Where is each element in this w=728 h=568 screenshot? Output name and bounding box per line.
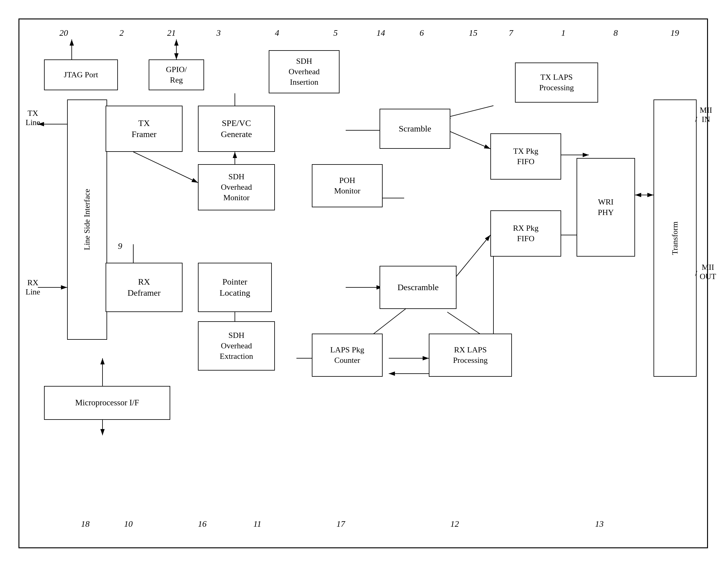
- scramble-block: Scramble: [380, 109, 450, 149]
- ref-11: 11: [253, 519, 261, 529]
- sdh-overhead-insertion-block: SDHOverheadInsertion: [269, 50, 340, 93]
- ref-3: 3: [216, 28, 221, 38]
- ref-18: 18: [81, 519, 90, 529]
- ref-9: 9: [118, 241, 122, 251]
- svg-line-9: [444, 106, 493, 118]
- tx-framer-block: TXFramer: [106, 106, 183, 152]
- ref-21: 21: [167, 28, 176, 38]
- tx-laps-processing-block: TX LAPSProcessing: [515, 62, 598, 103]
- wri-phy-block: WRIPHY: [577, 158, 635, 256]
- ref-13: 13: [595, 519, 604, 529]
- laps-pkg-counter-block: LAPS PkgCounter: [312, 334, 383, 377]
- ref-6: 6: [420, 28, 424, 38]
- rx-laps-processing-block: RX LAPSProcessing: [429, 334, 512, 377]
- tx-pkg-fifo-block: TX PkgFIFO: [490, 133, 561, 179]
- ref-15: 15: [469, 28, 477, 38]
- svg-line-10: [447, 130, 490, 149]
- svg-line-36: [133, 152, 198, 183]
- mii-out-arrow: /: [695, 269, 697, 278]
- ref-10: 10: [124, 519, 133, 529]
- diagram-container: 20 2 21 3 4 5 14 6 15 7 1 8 19 18 10 16 …: [18, 18, 708, 548]
- sdh-overhead-extraction-block: SDHOverheadExtraction: [198, 321, 275, 371]
- ref-12: 12: [450, 519, 459, 529]
- mii-in-label: MIIIN: [700, 106, 712, 124]
- rx-line-label: RXLine: [26, 278, 40, 297]
- pointer-locating-block: PointerLocating: [198, 263, 272, 312]
- transform-block: Transform: [654, 99, 697, 377]
- sdh-overhead-monitor-block: SDHOverheadMonitor: [198, 164, 275, 210]
- ref-17: 17: [336, 519, 345, 529]
- ref-2: 2: [119, 28, 124, 38]
- ref-19: 19: [670, 28, 679, 38]
- mii-in-arrow: /: [695, 115, 697, 124]
- poh-monitor-block: POHMonitor: [312, 164, 383, 207]
- microprocessor-if-block: Microprocessor I/F: [44, 386, 170, 420]
- descramble-block: Descramble: [380, 266, 457, 309]
- gpio-reg-block: GPIO/Reg: [149, 59, 204, 90]
- ref-5: 5: [333, 28, 338, 38]
- ref-16: 16: [198, 519, 207, 529]
- ref-8: 8: [613, 28, 618, 38]
- rx-pkg-fifo-block: RX PkgFIFO: [490, 210, 561, 256]
- ref-7: 7: [509, 28, 513, 38]
- ref-1: 1: [561, 28, 565, 38]
- ref-4: 4: [275, 28, 279, 38]
- tx-line-label: TXLine: [26, 109, 40, 127]
- mii-out-label: MIIOUT: [700, 263, 716, 281]
- line-side-interface-block: Line Side Interface: [67, 99, 107, 340]
- ref-20: 20: [59, 28, 68, 38]
- ref-14: 14: [376, 28, 385, 38]
- rx-deframer-block: RXDeframer: [106, 263, 183, 312]
- jtag-port-block: JTAG Port: [44, 59, 118, 90]
- spe-vc-generate-block: SPE/VCGenerate: [198, 106, 275, 152]
